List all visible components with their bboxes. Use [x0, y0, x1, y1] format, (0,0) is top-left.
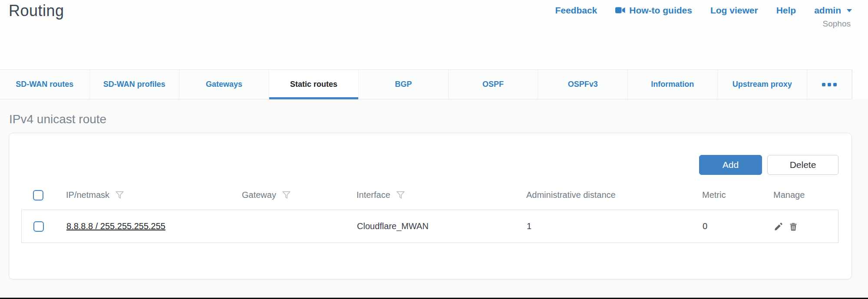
column-administrative-distance: Administrative distance [526, 190, 616, 200]
top-header: Routing Feedback How-to guides Log viewe… [0, 0, 868, 69]
feedback-label: Feedback [555, 5, 597, 16]
ipv4-unicast-route-card: Add Delete IP/netmask Gateway [9, 133, 852, 279]
help-label: Help [776, 5, 796, 16]
tab-ospf[interactable]: OSPF [449, 70, 538, 99]
row-checkbox[interactable] [33, 221, 44, 232]
help-link[interactable]: Help [776, 5, 796, 16]
column-metric: Metric [702, 190, 726, 200]
route-interface-value: Cloudflare_MWAN [357, 221, 429, 231]
tab-static-routes[interactable]: Static routes [269, 70, 359, 99]
tab-label: SD-WAN routes [16, 80, 73, 89]
tab-label: BGP [395, 80, 412, 89]
edit-pencil-icon[interactable] [774, 222, 783, 231]
log-viewer-link[interactable]: Log viewer [710, 5, 758, 16]
delete-trash-icon[interactable] [789, 222, 798, 231]
route-administrative-distance-value: 1 [527, 221, 531, 231]
column-manage: Manage [773, 190, 805, 200]
tab-label: Upstream proxy [733, 80, 792, 89]
delete-button[interactable]: Delete [767, 155, 838, 175]
column-interface: Interface [356, 190, 390, 200]
video-camera-icon [615, 5, 625, 16]
tab-upstream-proxy[interactable]: Upstream proxy [718, 70, 808, 99]
feedback-link[interactable]: Feedback [555, 5, 597, 16]
tab-sdwan-profiles[interactable]: SD-WAN profiles [90, 70, 180, 99]
tab-label: Static routes [290, 80, 337, 89]
tab-label: OSPFv3 [568, 80, 598, 89]
tab-bgp[interactable]: BGP [359, 70, 449, 99]
tab-ospfv3[interactable]: OSPFv3 [538, 70, 628, 99]
tabs-more-button[interactable] [807, 70, 852, 99]
static-routes-table: IP/netmask Gateway Interface [21, 181, 838, 243]
chevron-down-icon [847, 9, 852, 12]
tab-gateways[interactable]: Gateways [179, 70, 269, 99]
column-gateway: Gateway [242, 190, 276, 200]
section-title: IPv4 unicast route [9, 112, 868, 126]
table-toolbar: Add Delete [9, 133, 851, 181]
tab-label: OSPF [482, 80, 504, 89]
tab-label: Gateways [206, 80, 242, 89]
table-row: 8.8.8.8 / 255.255.255.255 Cloudflare_MWA… [21, 210, 838, 243]
howto-guides-link[interactable]: How-to guides [615, 5, 692, 16]
howto-guides-label: How-to guides [629, 5, 692, 16]
table-header-row: IP/netmask Gateway Interface [21, 181, 838, 210]
tab-sdwan-routes[interactable]: SD-WAN routes [0, 70, 90, 99]
select-all-checkbox[interactable] [33, 190, 43, 200]
tab-label: SD-WAN profiles [103, 80, 165, 89]
tab-label: Information [651, 80, 694, 89]
admin-menu[interactable]: admin [814, 5, 852, 16]
filter-icon[interactable] [396, 191, 405, 200]
top-navigation: Feedback How-to guides Log viewer Help a… [555, 5, 852, 16]
admin-label: admin [814, 5, 841, 16]
routing-tabs: SD-WAN routes SD-WAN profiles Gateways S… [0, 69, 852, 99]
ellipsis-icon [822, 83, 837, 86]
add-button[interactable]: Add [699, 155, 762, 175]
tab-information[interactable]: Information [628, 70, 718, 99]
filter-icon[interactable] [115, 191, 124, 200]
log-viewer-label: Log viewer [710, 5, 758, 16]
route-ip-netmask-link[interactable]: 8.8.8.8 / 255.255.255.255 [66, 221, 165, 231]
filter-icon[interactable] [282, 191, 291, 200]
brand-label: Sophos [823, 19, 851, 29]
route-metric-value: 0 [703, 221, 707, 231]
page-title: Routing [9, 2, 64, 20]
main-content: IPv4 unicast route Add Delete IP/netmask… [0, 99, 868, 299]
column-ip-netmask: IP/netmask [66, 190, 109, 200]
